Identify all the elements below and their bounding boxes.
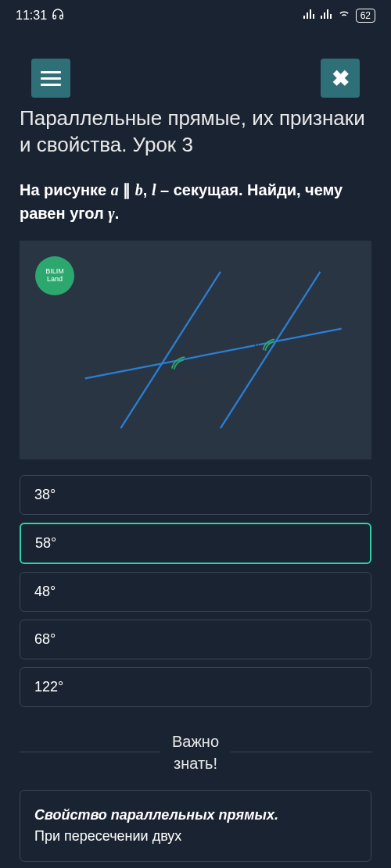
svg-line-2 — [85, 328, 342, 378]
bilim-badge: BILIM Land — [35, 256, 74, 295]
lesson-title: Параллельные прямые, их признаки и свойс… — [20, 105, 371, 159]
divider-line-left — [20, 752, 160, 752]
divider-text: Важно знать! — [172, 730, 219, 774]
svg-text:γ: γ — [255, 341, 260, 352]
answer-option-3[interactable]: 68° — [20, 620, 371, 659]
question-text: На рисунке a ∥ b, l – секущая. Найди, че… — [20, 178, 371, 225]
time-text: 11:31 — [16, 9, 47, 23]
info-line1: При пересечении двух — [34, 828, 181, 844]
geometry-diagram: a b l 122° γ — [35, 256, 356, 444]
nav-bar: ✖ — [20, 51, 371, 105]
battery-indicator: 62 — [356, 9, 375, 23]
svg-text:122°: 122° — [181, 374, 203, 386]
menu-button[interactable] — [31, 59, 70, 98]
svg-text:b: b — [303, 270, 308, 282]
status-left: 11:31 — [16, 8, 64, 23]
battery-text: 62 — [361, 10, 371, 21]
status-right: 62 — [303, 9, 375, 23]
close-icon: ✖ — [332, 66, 350, 91]
close-button[interactable]: ✖ — [321, 59, 360, 98]
headphones-icon — [52, 8, 64, 23]
wifi-icon — [337, 9, 351, 23]
divider-section: Важно знать! — [20, 730, 371, 774]
answer-option-0[interactable]: 38° — [20, 475, 371, 515]
divider-line-right — [231, 752, 371, 752]
svg-text:a: a — [206, 270, 212, 282]
answer-option-1[interactable]: 58° — [20, 523, 371, 564]
signal-icon-2 — [320, 9, 332, 23]
answers-list: 38°58°48°68°122° — [20, 475, 371, 707]
svg-text:l: l — [92, 364, 95, 377]
info-heading: Свойство параллельных прямых. — [34, 807, 278, 823]
signal-icon-1 — [303, 9, 315, 23]
diagram-container: BILIM Land a b l 122° γ — [20, 241, 371, 459]
answer-option-2[interactable]: 48° — [20, 572, 371, 612]
info-box: Свойство параллельных прямых. При пересе… — [20, 790, 371, 862]
main-content: ✖ Параллельные прямые, их признаки и сво… — [0, 0, 391, 868]
svg-line-0 — [120, 271, 221, 427]
answer-option-4[interactable]: 122° — [20, 667, 371, 707]
